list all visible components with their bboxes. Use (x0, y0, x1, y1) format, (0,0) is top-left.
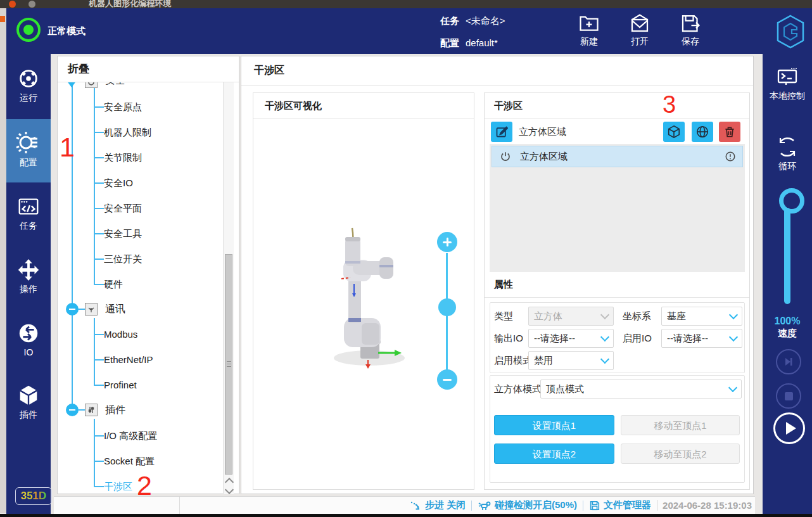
enable-io-select[interactable]: --请选择-- (661, 329, 742, 348)
tree-item[interactable]: 硬件 (104, 277, 123, 292)
viz-title: 干涉区可视化 (265, 100, 322, 112)
zoom-out-button[interactable] (437, 369, 457, 390)
config-value: default* (466, 37, 498, 48)
step-mode-status[interactable]: 步进 关闭 (409, 499, 466, 512)
config-row: 配置default* (440, 37, 498, 49)
tree-item[interactable]: 三位开关 (104, 252, 142, 267)
enable-mode-label: 启用模式 (494, 351, 532, 370)
zone-visualization-panel: 干涉区可视化 (253, 93, 474, 490)
world-frame-button[interactable] (692, 122, 713, 142)
tree-item[interactable]: 关节限制 (104, 150, 142, 165)
save-button[interactable]: 保存 (668, 12, 713, 51)
zone-list-item-selected[interactable]: 立方体区域 (492, 146, 743, 167)
plugin-cube-icon (16, 383, 41, 407)
tree-item-safety[interactable]: 安全 (105, 82, 125, 88)
tree-item[interactable]: I/O 高级配置 (104, 428, 157, 444)
plugin-node-icon (85, 404, 98, 416)
speed-slider-knob[interactable] (779, 188, 804, 214)
tree-collapse-header[interactable]: 折叠 (68, 61, 89, 76)
tree-stub (94, 182, 104, 184)
tree-item[interactable]: Socket 配置 (104, 454, 155, 469)
collision-detect-status[interactable]: 碰撞检测开启(50%) (478, 499, 577, 512)
window-title: 机器人图形化编程环境 (89, 0, 171, 8)
alert-icon (725, 151, 736, 162)
enable-mode-select[interactable]: 禁用 (528, 351, 614, 370)
tree-item[interactable]: Modbus (104, 327, 137, 342)
robot-3d-view[interactable] (314, 223, 428, 369)
tree-stub (94, 106, 104, 108)
close-icon[interactable] (9, 1, 16, 8)
tree-item[interactable]: 安全工具 (104, 226, 142, 241)
tree-stub (94, 132, 104, 133)
new-button[interactable]: 新建 (567, 12, 611, 51)
type-select: 立方体 (528, 307, 614, 326)
tree-stub (94, 486, 104, 487)
trash-icon (723, 125, 736, 138)
collapse-arrow-icon[interactable] (67, 82, 77, 87)
sidebar-item-config[interactable]: 配置 (6, 130, 51, 169)
open-button[interactable]: 打开 (618, 12, 662, 51)
output-io-value: --请选择-- (534, 333, 575, 345)
collapse-minus-icon[interactable] (66, 404, 79, 416)
robot-model-badge: 351D (15, 487, 52, 505)
set-vertex1-button[interactable]: 设置顶点1 (494, 415, 614, 435)
tree-item[interactable]: 安全IO (104, 176, 133, 191)
tree-item-interference-zone-selected[interactable]: 干涉区 (104, 479, 132, 493)
new-folder-icon (578, 12, 600, 35)
frame-select[interactable]: 基座 (661, 307, 742, 326)
output-io-select[interactable]: --请选择-- (528, 329, 614, 348)
zone-list: 立方体区域 (490, 144, 745, 272)
frame-value: 基座 (667, 310, 686, 322)
status-bar: 步进 关闭 碰撞检测开启(50%) 文件管理器 2024-06-28 15:19… (54, 496, 755, 514)
local-control-button[interactable]: 本地控制 (763, 65, 812, 102)
scroll-down-button[interactable] (225, 485, 234, 494)
tree-item-comm[interactable]: 通讯 (105, 302, 125, 317)
power-toggle-icon[interactable] (500, 151, 511, 162)
speed-label: 速度 (763, 328, 812, 340)
left-sidebar: 运行 配置 任务 操作 (6, 54, 51, 514)
chevron-down-icon (729, 310, 738, 319)
background-window-sliver (0, 16, 5, 22)
play-icon (786, 422, 796, 435)
mode-label: 正常模式 (48, 25, 86, 37)
edit-zone-button[interactable] (491, 122, 512, 142)
tree-branch-line (94, 419, 95, 487)
delete-zone-button[interactable] (719, 122, 740, 142)
cube-icon (667, 125, 681, 139)
tree-item-plugin[interactable]: 插件 (105, 402, 125, 418)
local-control-icon (774, 65, 801, 91)
task-code-icon (16, 195, 41, 219)
sidebar-item-io[interactable]: IO (6, 321, 51, 357)
sidebar-item-operate[interactable]: 操作 (6, 258, 51, 295)
play-button[interactable] (773, 412, 805, 444)
speed-slider-track[interactable] (784, 208, 790, 304)
chevron-down-icon (600, 333, 609, 341)
collapse-minus-icon[interactable] (66, 303, 79, 316)
chevron-down-icon (600, 355, 609, 364)
run-icon (16, 67, 41, 91)
minimize-icon[interactable] (29, 1, 35, 8)
cube-mode-select[interactable]: 顶点模式 (540, 380, 742, 399)
zoom-slider-knob[interactable] (438, 298, 456, 316)
tree-branch-line (94, 86, 95, 284)
tree-stub (94, 258, 104, 260)
set-vertex2-button[interactable]: 设置顶点2 (494, 444, 614, 464)
open-icon (628, 12, 651, 35)
tree-item[interactable]: 机器人限制 (104, 125, 151, 140)
zoom-in-button[interactable] (437, 232, 457, 252)
file-manager-label: 文件管理器 (604, 499, 651, 511)
tree-item[interactable]: EtherNet/IP (104, 352, 153, 367)
tree-item[interactable]: 安全平面 (104, 201, 142, 216)
sidebar-item-plugin[interactable]: 插件 (6, 383, 51, 421)
sidebar-item-run[interactable]: 运行 (6, 67, 51, 104)
sidebar-item-task[interactable]: 任务 (6, 195, 51, 232)
chevron-down-icon (728, 383, 737, 392)
tree-item[interactable]: Profinet (104, 378, 137, 393)
scrollbar-thumb[interactable] (225, 254, 232, 475)
file-manager-button[interactable]: 文件管理器 (589, 499, 651, 511)
cube-view-button[interactable] (663, 122, 685, 142)
sidebar-item-label: IO (6, 347, 51, 357)
app-window: 机器人图形化编程环境 正常模式 任务<未命名> 配置default* 新建 打开 (0, 0, 812, 517)
tree-item[interactable]: 安全原点 (104, 99, 142, 115)
loop-button[interactable]: 循环 (763, 133, 812, 172)
